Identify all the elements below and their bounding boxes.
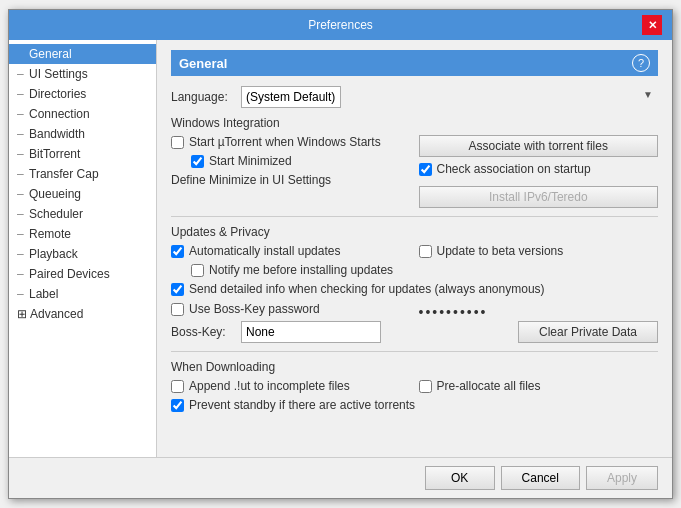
auto-install-checkbox[interactable] <box>171 245 184 258</box>
help-button[interactable]: ? <box>632 54 650 72</box>
append-ut-checkbox[interactable] <box>171 380 184 393</box>
windows-integration-label: Windows Integration <box>171 116 658 130</box>
sidebar-item-transfer-cap[interactable]: Transfer Cap <box>9 164 156 184</box>
windows-integration-section: Start µTorrent when Windows Starts Start… <box>171 135 658 208</box>
boss-key-label[interactable]: Use Boss-Key password <box>189 302 320 316</box>
check-association-row: Check association on startup <box>419 162 659 176</box>
boss-key-dots: •••••••••• <box>419 304 488 320</box>
when-downloading-label: When Downloading <box>171 360 658 374</box>
install-ipv6-button[interactable]: Install IPv6/Teredo <box>419 186 659 208</box>
divider-2 <box>171 351 658 352</box>
sidebar-item-paired-devices[interactable]: Paired Devices <box>9 264 156 284</box>
sidebar-item-ui-settings[interactable]: UI Settings <box>9 64 156 84</box>
expand-icon: ⊞ <box>17 307 27 321</box>
updates-privacy-label: Updates & Privacy <box>171 225 658 239</box>
sidebar: General UI Settings Directories Connecti… <box>9 40 157 457</box>
boss-key-input[interactable] <box>241 321 381 343</box>
prevent-standby-label[interactable]: Prevent standby if there are active torr… <box>189 398 415 412</box>
send-detailed-checkbox[interactable] <box>171 283 184 296</box>
apply-button[interactable]: Apply <box>586 466 658 490</box>
append-ut-row: Append .!ut to incomplete files <box>171 379 411 393</box>
downloading-left: Append .!ut to incomplete files <box>171 379 411 398</box>
boss-key-check-row: Use Boss-Key password <box>171 302 411 316</box>
define-minimize-label: Define Minimize in UI Settings <box>171 173 331 187</box>
update-beta-row: Update to beta versions <box>419 244 659 258</box>
notify-before-label[interactable]: Notify me before installing updates <box>209 263 393 277</box>
sidebar-item-advanced[interactable]: ⊞Advanced <box>9 304 156 324</box>
start-utorrent-label[interactable]: Start µTorrent when Windows Starts <box>189 135 381 149</box>
send-detailed-row: Send detailed info when checking for upd… <box>171 282 658 296</box>
downloading-section: Append .!ut to incomplete files Pre-allo… <box>171 379 658 398</box>
win-int-right: Associate with torrent files Check assoc… <box>419 135 659 208</box>
divider-1 <box>171 216 658 217</box>
define-minimize-row: Define Minimize in UI Settings <box>171 173 411 187</box>
update-beta-label[interactable]: Update to beta versions <box>437 244 564 258</box>
language-dropdown-wrapper: (System Default)EnglishFrenchGermanSpani… <box>241 86 658 108</box>
start-utorrent-checkbox[interactable] <box>171 136 184 149</box>
sidebar-item-scheduler[interactable]: Scheduler <box>9 204 156 224</box>
dialog-title: Preferences <box>39 18 642 32</box>
pre-allocate-checkbox[interactable] <box>419 380 432 393</box>
update-beta-checkbox[interactable] <box>419 245 432 258</box>
start-minimized-row: Start Minimized <box>191 154 411 168</box>
associate-files-button[interactable]: Associate with torrent files <box>419 135 659 157</box>
pre-allocate-row: Pre-allocate all files <box>419 379 541 393</box>
boss-key-right: •••••••••• <box>419 304 659 320</box>
prevent-standby-checkbox[interactable] <box>171 399 184 412</box>
sidebar-item-directories[interactable]: Directories <box>9 84 156 104</box>
notify-before-checkbox[interactable] <box>191 264 204 277</box>
sidebar-item-connection[interactable]: Connection <box>9 104 156 124</box>
sidebar-item-bittorrent[interactable]: BitTorrent <box>9 144 156 164</box>
start-minimized-checkbox[interactable] <box>191 155 204 168</box>
downloading-right: Pre-allocate all files <box>419 379 659 398</box>
dialog-footer: OK Cancel Apply <box>9 457 672 498</box>
send-detailed-label[interactable]: Send detailed info when checking for upd… <box>189 282 545 296</box>
ok-button[interactable]: OK <box>425 466 495 490</box>
sidebar-item-queueing[interactable]: Queueing <box>9 184 156 204</box>
language-label: Language: <box>171 90 241 104</box>
sidebar-item-bandwidth[interactable]: Bandwidth <box>9 124 156 144</box>
boss-key-left: Use Boss-Key password <box>171 302 411 321</box>
cancel-button[interactable]: Cancel <box>501 466 580 490</box>
sidebar-item-remote[interactable]: Remote <box>9 224 156 244</box>
main-panel: General ? Language: (System Default)Engl… <box>157 40 672 457</box>
language-dropdown[interactable]: (System Default)EnglishFrenchGermanSpani… <box>241 86 341 108</box>
section-title: General <box>179 56 227 71</box>
append-ut-label[interactable]: Append .!ut to incomplete files <box>189 379 350 393</box>
dialog-body: General UI Settings Directories Connecti… <box>9 40 672 457</box>
auto-install-row: Automatically install updates <box>171 244 411 258</box>
close-button[interactable]: ✕ <box>642 15 662 35</box>
preferences-dialog: Preferences ✕ General UI Settings Direct… <box>8 9 673 499</box>
sidebar-item-playback[interactable]: Playback <box>9 244 156 264</box>
win-int-left: Start µTorrent when Windows Starts Start… <box>171 135 411 208</box>
check-association-checkbox[interactable] <box>419 163 432 176</box>
updates-section: Automatically install updates Notify me … <box>171 244 658 282</box>
updates-right: Update to beta versions <box>419 244 659 282</box>
prevent-standby-row: Prevent standby if there are active torr… <box>171 398 658 412</box>
check-association-label[interactable]: Check association on startup <box>437 162 591 176</box>
sidebar-item-general[interactable]: General <box>9 44 156 64</box>
language-row: Language: (System Default)EnglishFrenchG… <box>171 86 658 108</box>
section-header: General ? <box>171 50 658 76</box>
start-minimized-label[interactable]: Start Minimized <box>209 154 292 168</box>
pre-allocate-label[interactable]: Pre-allocate all files <box>437 379 541 393</box>
boss-key-field-label: Boss-Key: <box>171 325 241 339</box>
updates-left: Automatically install updates Notify me … <box>171 244 411 282</box>
clear-private-button[interactable]: Clear Private Data <box>518 321 658 343</box>
start-utorrent-row: Start µTorrent when Windows Starts <box>171 135 411 149</box>
title-bar: Preferences ✕ <box>9 10 672 40</box>
boss-key-input-row: Boss-Key: Clear Private Data <box>171 321 658 343</box>
boss-key-section: Use Boss-Key password •••••••••• <box>171 302 658 321</box>
boss-key-checkbox[interactable] <box>171 303 184 316</box>
notify-before-row: Notify me before installing updates <box>191 263 411 277</box>
sidebar-item-label[interactable]: Label <box>9 284 156 304</box>
auto-install-label[interactable]: Automatically install updates <box>189 244 340 258</box>
